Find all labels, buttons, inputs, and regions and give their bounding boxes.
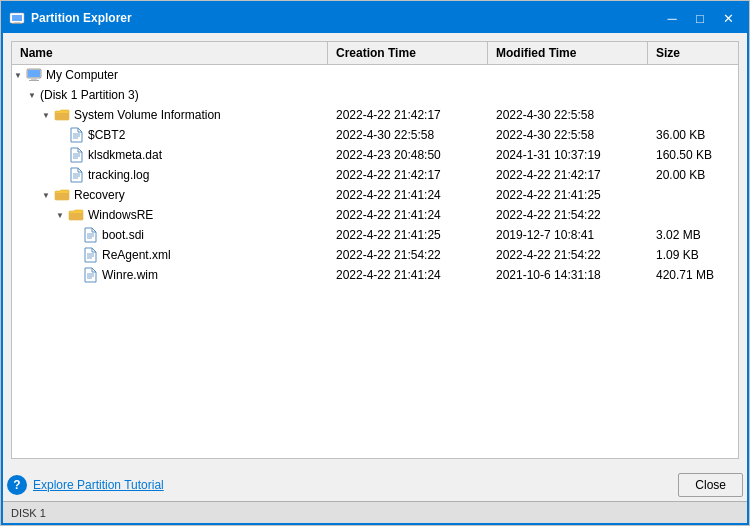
- column-modified: Modified Time: [488, 42, 648, 64]
- file-name: boot.sdi: [102, 228, 144, 242]
- svg-rect-6: [31, 78, 37, 80]
- size-cell: 420.71 MB: [648, 267, 738, 283]
- file-icon: [82, 227, 98, 243]
- modified-cell: 2022-4-22 21:54:22: [488, 247, 648, 263]
- file-name: WindowsRE: [88, 208, 153, 222]
- column-name: Name: [12, 42, 328, 64]
- file-icon: [68, 127, 84, 143]
- size-cell: [648, 74, 738, 76]
- name-cell: klsdkmeta.dat: [12, 146, 328, 164]
- folder-icon: [54, 187, 70, 203]
- close-button[interactable]: Close: [678, 473, 743, 497]
- file-name: ReAgent.xml: [102, 248, 171, 262]
- creation-cell: 2022-4-22 21:54:22: [328, 247, 488, 263]
- file-name: Winre.wim: [102, 268, 158, 282]
- table-row[interactable]: ReAgent.xml 2022-4-22 21:54:22 2022-4-22…: [12, 245, 738, 265]
- maximize-button[interactable]: □: [687, 8, 713, 28]
- expand-icon[interactable]: [26, 89, 38, 101]
- window-title: Partition Explorer: [31, 11, 659, 25]
- creation-cell: [328, 74, 488, 76]
- disk-label: DISK 1: [11, 507, 46, 519]
- table-body: My Computer (Disk 1 Partition 3) System …: [12, 65, 738, 458]
- table-row[interactable]: $CBT2 2022-4-30 22:5:58 2022-4-30 22:5:5…: [12, 125, 738, 145]
- file-table: Name Creation Time Modified Time Size My…: [11, 41, 739, 459]
- table-row[interactable]: My Computer: [12, 65, 738, 85]
- table-row[interactable]: Recovery 2022-4-22 21:41:24 2022-4-22 21…: [12, 185, 738, 205]
- tutorial-link[interactable]: Explore Partition Tutorial: [33, 478, 164, 492]
- expand-icon[interactable]: [12, 69, 24, 81]
- creation-cell: 2022-4-22 21:41:24: [328, 207, 488, 223]
- file-name: (Disk 1 Partition 3): [40, 88, 139, 102]
- name-cell: ReAgent.xml: [12, 246, 328, 264]
- file-name: klsdkmeta.dat: [88, 148, 162, 162]
- size-cell: [648, 214, 738, 216]
- expand-icon[interactable]: [40, 189, 52, 201]
- svg-rect-1: [12, 15, 22, 21]
- creation-cell: 2022-4-22 21:42:17: [328, 107, 488, 123]
- name-cell: (Disk 1 Partition 3): [12, 87, 328, 103]
- modified-cell: [488, 94, 648, 96]
- disk-bar: DISK 1: [3, 501, 747, 523]
- creation-cell: 2022-4-22 21:41:25: [328, 227, 488, 243]
- table-row[interactable]: boot.sdi 2022-4-22 21:41:25 2019-12-7 10…: [12, 225, 738, 245]
- table-row[interactable]: klsdkmeta.dat 2022-4-23 20:48:50 2024-1-…: [12, 145, 738, 165]
- footer-left: ? Explore Partition Tutorial: [7, 475, 164, 495]
- creation-cell: 2022-4-22 21:41:24: [328, 267, 488, 283]
- window-close-button[interactable]: ✕: [715, 8, 741, 28]
- app-icon: [9, 10, 25, 26]
- window-controls: ─ □ ✕: [659, 8, 741, 28]
- file-name: System Volume Information: [74, 108, 221, 122]
- minimize-button[interactable]: ─: [659, 8, 685, 28]
- table-header: Name Creation Time Modified Time Size: [12, 42, 738, 65]
- table-row[interactable]: System Volume Information 2022-4-22 21:4…: [12, 105, 738, 125]
- size-cell: [648, 94, 738, 96]
- modified-cell: 2022-4-30 22:5:58: [488, 107, 648, 123]
- content-area: Name Creation Time Modified Time Size My…: [3, 33, 747, 467]
- svg-rect-7: [29, 80, 39, 81]
- name-cell: $CBT2: [12, 126, 328, 144]
- column-size: Size: [648, 42, 738, 64]
- modified-cell: 2019-12-7 10:8:41: [488, 227, 648, 243]
- name-cell: tracking.log: [12, 166, 328, 184]
- size-cell: 160.50 KB: [648, 147, 738, 163]
- size-cell: 1.09 KB: [648, 247, 738, 263]
- computer-icon: [26, 67, 42, 83]
- file-icon: [82, 267, 98, 283]
- file-icon: [68, 147, 84, 163]
- folder-icon: [54, 107, 70, 123]
- table-row[interactable]: (Disk 1 Partition 3): [12, 85, 738, 105]
- size-cell: [648, 114, 738, 116]
- creation-cell: 2022-4-23 20:48:50: [328, 147, 488, 163]
- creation-cell: [328, 94, 488, 96]
- modified-cell: 2022-4-22 21:41:25: [488, 187, 648, 203]
- size-cell: [648, 194, 738, 196]
- table-row[interactable]: WindowsRE 2022-4-22 21:41:24 2022-4-22 2…: [12, 205, 738, 225]
- expand-icon[interactable]: [40, 109, 52, 121]
- name-cell: Recovery: [12, 186, 328, 204]
- help-icon[interactable]: ?: [7, 475, 27, 495]
- partition-explorer-window: Partition Explorer ─ □ ✕ Name Creation T…: [1, 1, 749, 525]
- table-row[interactable]: tracking.log 2022-4-22 21:42:17 2022-4-2…: [12, 165, 738, 185]
- file-icon: [68, 167, 84, 183]
- file-name: tracking.log: [88, 168, 149, 182]
- title-bar: Partition Explorer ─ □ ✕: [3, 3, 747, 33]
- file-name: $CBT2: [88, 128, 125, 142]
- creation-cell: 2022-4-30 22:5:58: [328, 127, 488, 143]
- file-name: Recovery: [74, 188, 125, 202]
- size-cell: 36.00 KB: [648, 127, 738, 143]
- modified-cell: [488, 74, 648, 76]
- expand-icon[interactable]: [54, 209, 66, 221]
- modified-cell: 2021-10-6 14:31:18: [488, 267, 648, 283]
- name-cell: WindowsRE: [12, 206, 328, 224]
- name-cell: boot.sdi: [12, 226, 328, 244]
- table-row[interactable]: Winre.wim 2022-4-22 21:41:24 2021-10-6 1…: [12, 265, 738, 285]
- svg-rect-5: [28, 70, 40, 77]
- name-cell: System Volume Information: [12, 106, 328, 124]
- creation-cell: 2022-4-22 21:41:24: [328, 187, 488, 203]
- modified-cell: 2022-4-30 22:5:58: [488, 127, 648, 143]
- modified-cell: 2022-4-22 21:54:22: [488, 207, 648, 223]
- modified-cell: 2024-1-31 10:37:19: [488, 147, 648, 163]
- size-cell: 20.00 KB: [648, 167, 738, 183]
- file-name: My Computer: [46, 68, 118, 82]
- folder-icon: [68, 207, 84, 223]
